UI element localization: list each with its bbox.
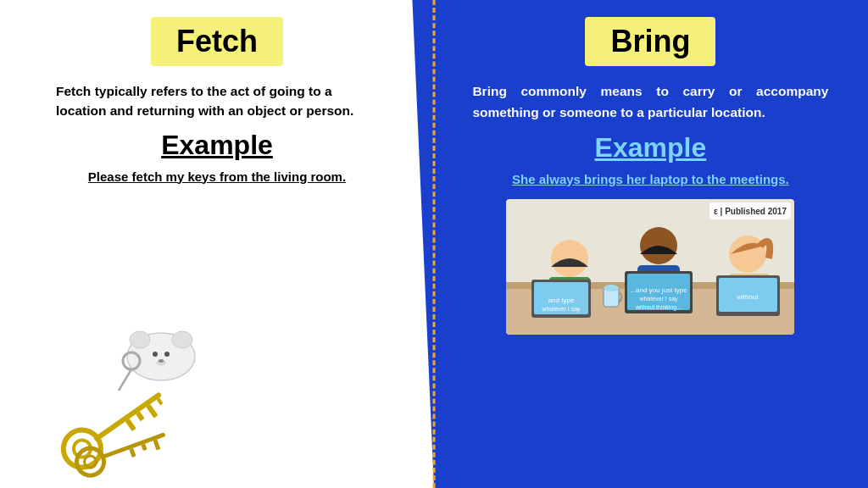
- svg-point-6: [159, 359, 164, 363]
- right-content: Bring Bring commonly means to carry or a…: [459, 17, 843, 335]
- keys-image-area: [8, 310, 246, 480]
- svg-point-1: [130, 331, 150, 348]
- svg-rect-21: [153, 440, 161, 451]
- left-panel: Fetch Fetch typically refers to the act …: [0, 0, 434, 488]
- fetch-title: Fetch: [176, 24, 258, 58]
- fetch-definition: Fetch typically refers to the act of goi…: [56, 81, 378, 121]
- svg-line-8: [119, 369, 131, 391]
- bring-title: Bring: [610, 24, 690, 58]
- svg-point-44: [604, 285, 619, 291]
- svg-point-3: [153, 352, 158, 357]
- svg-text:...and you just type: ...and you just type: [631, 286, 688, 294]
- bring-title-badge: Bring: [585, 17, 715, 66]
- divider: [433, 0, 436, 488]
- bring-definition: Bring commonly means to carry or accompa…: [472, 81, 828, 124]
- svg-rect-14: [146, 404, 158, 419]
- bring-example-sentence: She always brings her laptop to the meet…: [512, 170, 789, 190]
- right-panel: edu ucation for everyone Bring Bring com…: [391, 0, 868, 488]
- svg-point-4: [164, 352, 170, 357]
- fetch-title-badge: Fetch: [151, 17, 283, 66]
- svg-text:without thinking...: without thinking...: [635, 304, 682, 311]
- svg-text:without: without: [737, 293, 760, 301]
- meeting-image: and type whatever I say ...and you just …: [506, 199, 794, 335]
- fetch-example-heading: Example: [161, 130, 273, 161]
- fetch-example-sentence: Please fetch my keys from the living roo…: [88, 168, 346, 187]
- svg-text:whatever I say: whatever I say: [639, 296, 679, 302]
- svg-rect-12: [125, 419, 136, 431]
- svg-point-2: [172, 331, 192, 348]
- svg-text:and type: and type: [548, 297, 575, 304]
- svg-rect-11: [93, 391, 162, 441]
- svg-text:whatever I say: whatever I say: [542, 306, 581, 313]
- bring-example-heading: Example: [595, 132, 707, 164]
- svg-rect-19: [129, 448, 136, 458]
- svg-text:ε | Published 2017: ε | Published 2017: [714, 207, 787, 216]
